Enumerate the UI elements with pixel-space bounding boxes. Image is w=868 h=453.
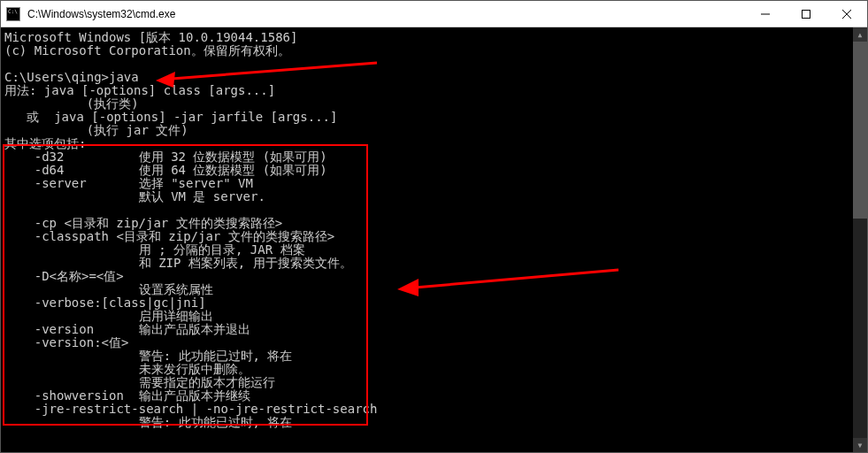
vertical-scrollbar[interactable]: ▲ ▼ xyxy=(853,27,867,452)
scroll-down-button[interactable]: ▼ xyxy=(853,438,867,452)
maximize-button[interactable] xyxy=(786,1,826,27)
minimize-button[interactable] xyxy=(745,1,786,27)
terminal-output[interactable]: Microsoft Windows [版本 10.0.19044.1586] (… xyxy=(1,27,867,452)
titlebar[interactable]: C:\Windows\system32\cmd.exe xyxy=(1,1,867,27)
scroll-up-button[interactable]: ▲ xyxy=(853,27,867,42)
scroll-thumb[interactable] xyxy=(853,42,867,219)
app-icon xyxy=(1,1,26,27)
cmd-window: C:\Windows\system32\cmd.exe Microsoft Wi… xyxy=(0,0,868,453)
window-title: C:\Windows\system32\cmd.exe xyxy=(26,8,745,20)
close-button[interactable] xyxy=(826,1,867,27)
window-controls xyxy=(745,1,867,27)
cmd-icon xyxy=(6,7,20,21)
svg-rect-1 xyxy=(803,10,810,18)
